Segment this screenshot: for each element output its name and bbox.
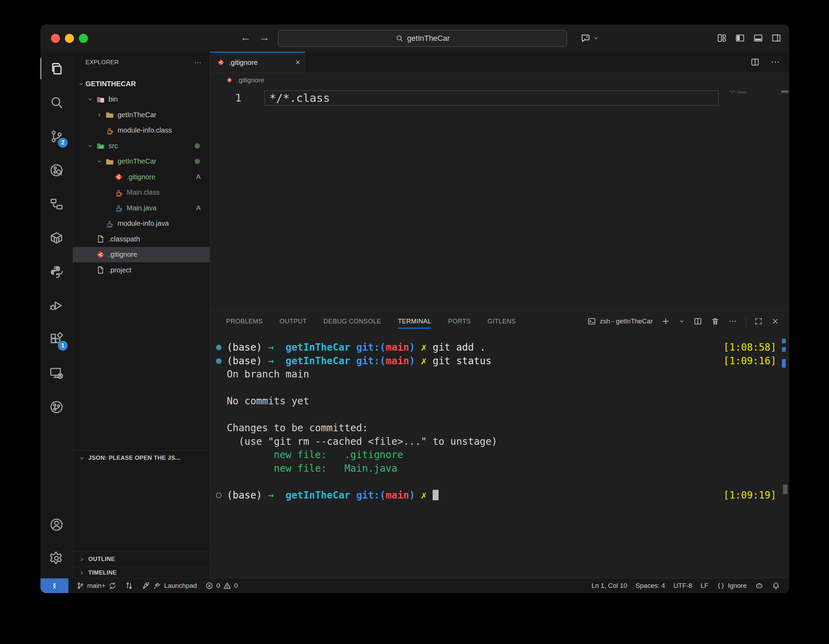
terminal-text: No commits yet [227, 395, 309, 407]
split-terminal-icon[interactable] [693, 317, 702, 326]
command-decoration[interactable] [216, 345, 222, 350]
activity-item-python[interactable] [41, 255, 72, 288]
activity-item-source-control[interactable]: 2 [41, 119, 72, 153]
rocket-icon [142, 581, 150, 590]
close-panel-icon[interactable] [771, 317, 779, 326]
activity-item-testing[interactable] [41, 288, 72, 322]
terminal-text [350, 355, 356, 367]
kill-terminal-icon[interactable] [711, 317, 720, 326]
activity-item-account[interactable] [41, 508, 72, 542]
panel-tab-ports[interactable]: PORTS [448, 311, 471, 332]
customize-layout-icon[interactable] [717, 33, 727, 43]
activity-item-explorer[interactable] [41, 52, 72, 85]
panel-tab-terminal[interactable]: TERMINAL [398, 311, 431, 332]
status-label: main+ [87, 582, 106, 590]
status-spaces-4[interactable]: Spaces: 4 [632, 578, 670, 593]
status-error[interactable]: 00 [201, 578, 242, 593]
tree-item-bin[interactable]: 0110bin [73, 92, 210, 107]
activity-item-workspaces[interactable] [41, 187, 72, 221]
folder-icon [104, 110, 115, 120]
close-window-button[interactable] [51, 34, 60, 43]
tree-item--project[interactable]: .project [73, 262, 210, 278]
panel-tab-problems[interactable]: PROBLEMS [226, 311, 263, 332]
terminal-dropdown-icon[interactable] [679, 318, 685, 324]
status-compare[interactable] [121, 578, 137, 593]
command-decoration[interactable] [216, 493, 222, 498]
tree-item-src[interactable]: src [73, 138, 210, 154]
tree-item-module-info-class[interactable]: module-info.class [73, 123, 210, 139]
terminal-title[interactable]: zsh - getInTheCar [600, 318, 653, 325]
terminal-text: git:( [356, 342, 386, 353]
tree-item-main-java[interactable]: Main.javaA [73, 200, 210, 216]
maximize-panel-icon[interactable] [754, 317, 763, 326]
breadcrumb[interactable]: .gitignore [210, 73, 789, 88]
tree-item-getinthecar[interactable]: getInTheCar [73, 154, 210, 170]
forward-button[interactable]: → [259, 31, 270, 43]
command-center-search[interactable]: getInTheCar [278, 30, 567, 47]
tree-item-module-info-java[interactable]: module-info.java [73, 216, 210, 231]
split-editor-icon[interactable] [750, 57, 760, 67]
panel-tab-output[interactable]: OUTPUT [279, 311, 307, 332]
tree-item--classpath[interactable]: .classpath [73, 231, 210, 247]
chevron-down-icon[interactable] [593, 35, 599, 41]
terminal-text: On branch main [227, 368, 309, 380]
activity-item-gitlens[interactable] [41, 153, 72, 187]
status-bell[interactable] [768, 578, 784, 593]
status-ln-1-col-10[interactable]: Ln 1, Col 10 [587, 578, 631, 593]
tree-item-main-class[interactable]: Main.class [73, 185, 210, 201]
badge: 1 [58, 341, 68, 351]
terminal-text: → [268, 342, 274, 353]
modified-dot [195, 143, 200, 149]
section-header-json[interactable]: JSON: PLEASE OPEN THE JS... [73, 450, 210, 466]
status-branch[interactable]: main+ [72, 578, 121, 593]
editor-code-area[interactable]: 1 */*.class */*.class [210, 88, 789, 310]
bottom-panel: PROBLEMSOUTPUTDEBUG CONSOLETERMINALPORTS… [210, 310, 789, 578]
activity-item-extensions[interactable]: 1 [41, 322, 72, 356]
editor-more-actions-icon[interactable] [771, 57, 780, 67]
toggle-secondary-sidebar-icon[interactable] [771, 33, 782, 43]
remote-explorer-icon [49, 365, 64, 381]
panel-more-actions-icon[interactable] [728, 317, 737, 326]
back-button[interactable]: ← [240, 31, 251, 43]
command-decoration[interactable] [216, 358, 222, 364]
panel-tab-debug-console[interactable]: DEBUG CONSOLE [323, 311, 381, 332]
new-terminal-icon[interactable] [661, 317, 670, 326]
more-actions-icon[interactable]: ⋯ [194, 58, 201, 67]
terminal-text: → [268, 490, 274, 501]
panel-tab-gitlens[interactable]: GITLENS [487, 311, 516, 332]
activity-item-search[interactable] [41, 85, 72, 119]
zoom-window-button[interactable] [79, 34, 88, 43]
minimap[interactable]: */*.class [728, 88, 780, 310]
section-header-outline[interactable]: OUTLINE [73, 551, 210, 567]
section-header-timeline[interactable]: TIMELINE [73, 567, 210, 579]
copilot-chat-icon[interactable] [580, 32, 591, 44]
status-utf-8[interactable]: UTF-8 [669, 578, 697, 593]
tab-gitignore[interactable]: .gitignore × [210, 52, 305, 72]
status-lf[interactable]: LF [697, 578, 712, 593]
terminal-line: Changes to be committed: [227, 421, 776, 435]
tree-item--gitignore[interactable]: .gitignore [73, 247, 210, 263]
terminal-line: (base) → getInTheCar git:(main) ✗ git st… [227, 354, 776, 368]
explorer-icon [49, 61, 64, 76]
tree-item-getinthecar[interactable]: GETINTHECAR [73, 76, 210, 92]
status-label: 0 [216, 582, 220, 590]
minimize-window-button[interactable] [65, 34, 74, 43]
close-tab-icon[interactable]: × [296, 58, 300, 67]
tree-item-getinthecar[interactable]: getInTheCar [73, 107, 210, 123]
activity-item-remote-explorer[interactable] [41, 356, 72, 390]
toggle-panel-icon[interactable] [753, 33, 763, 43]
status-label: Ln 1, Col 10 [591, 582, 627, 590]
status-remote[interactable] [41, 578, 68, 593]
status-ignore[interactable]: Ignore [712, 578, 751, 593]
tree-item--gitignore[interactable]: .gitignoreA [73, 169, 210, 185]
terminal[interactable]: (base) → getInTheCar git:(main) ✗ git ad… [210, 332, 789, 578]
activity-item-container[interactable] [41, 221, 72, 255]
terminal-line: new file: Main.java [227, 462, 776, 476]
status-copilot[interactable] [751, 578, 768, 593]
editor-scrollbar[interactable] [780, 88, 789, 310]
toggle-sidebar-icon[interactable] [735, 33, 745, 43]
activity-item-settings[interactable] [41, 542, 72, 575]
status-rocket[interactable]: Launchpad [137, 578, 201, 593]
activity-item-git-graph[interactable] [41, 390, 72, 424]
terminal-scrollbar[interactable] [781, 332, 789, 578]
